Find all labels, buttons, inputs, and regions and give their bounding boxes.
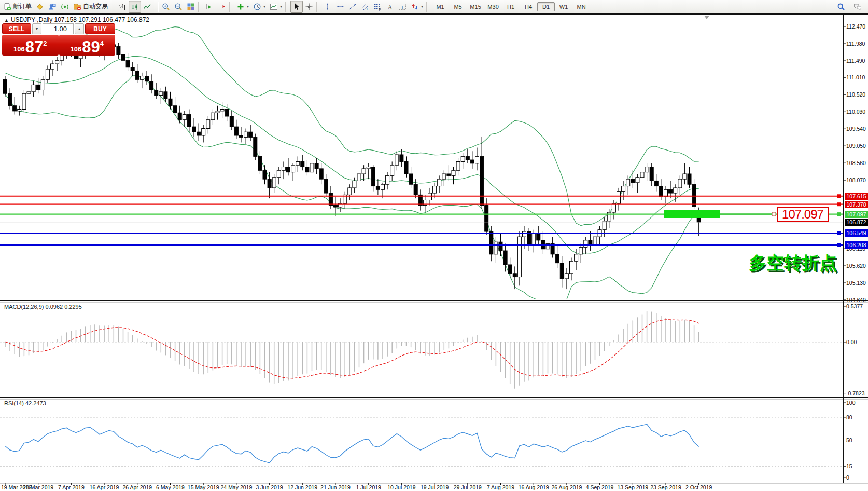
volume-up-button[interactable]: ▲ xyxy=(75,23,84,34)
metaeditor-button[interactable] xyxy=(34,1,46,13)
chart-window[interactable]: 新订单自动交易▾▾▾EFAT▾M1M5M15M30H1H4D1W1MN ▲USD… xyxy=(0,0,868,491)
date-axis-label: 19 Jul 2019 xyxy=(421,484,449,490)
templates-button[interactable]: ▾ xyxy=(268,1,284,13)
macd-title: MACD(12,26,9) xyxy=(4,304,44,310)
toolbar-separator xyxy=(229,2,233,12)
periods-button[interactable]: ▾ xyxy=(251,1,268,13)
date-axis-label: 26 Apr 2019 xyxy=(122,484,152,490)
price-axis-tick: 104.640 xyxy=(846,297,868,303)
timeframe-h4-button[interactable]: H4 xyxy=(520,2,537,11)
timeframe-w1-button[interactable]: W1 xyxy=(555,2,572,11)
date-axis-label: 4 Sep 2019 xyxy=(586,484,614,490)
price-axis-tick: 111.980 xyxy=(846,40,868,47)
trendline-button[interactable] xyxy=(346,1,359,13)
toolbar-separator xyxy=(198,2,202,12)
sell-price-panel[interactable]: 106872 xyxy=(2,35,59,56)
chart-shift-button[interactable] xyxy=(216,1,228,13)
rsi-value: 42.2473 xyxy=(25,400,46,406)
price-axis-tick: 108.070 xyxy=(846,177,868,183)
text-label-button[interactable]: T xyxy=(396,1,409,13)
indicators-button[interactable]: ▾ xyxy=(234,1,251,13)
level-price-tag: 106.208 xyxy=(845,241,868,249)
signal-icon xyxy=(61,3,69,11)
main-chart-svg[interactable] xyxy=(0,0,868,491)
svg-text:T: T xyxy=(401,4,404,9)
timeframe-m30-button[interactable]: M30 xyxy=(484,2,502,11)
crosshair-button[interactable] xyxy=(303,1,315,13)
zoom-out-button[interactable] xyxy=(172,1,185,13)
date-axis-label: 24 May 2019 xyxy=(221,484,253,490)
date-axis-label: 28 Mar 2019 xyxy=(23,484,53,490)
search-button[interactable] xyxy=(835,1,847,13)
dropdown-caret-icon[interactable]: ▾ xyxy=(421,4,423,9)
timeframe-m5-button[interactable]: M5 xyxy=(449,2,467,11)
signals-button[interactable] xyxy=(59,1,71,13)
new-order-button[interactable]: 新订单 xyxy=(1,1,34,13)
buy-price-panel[interactable]: 106894 xyxy=(59,35,116,56)
date-axis-label: 7 Apr 2019 xyxy=(58,484,85,490)
price-axis-tick: 109.540 xyxy=(846,126,868,132)
date-axis-label: 16 Aug 2019 xyxy=(519,484,549,490)
linechart-icon xyxy=(143,3,151,11)
search-icon xyxy=(837,3,845,11)
timeframe-m1-button[interactable]: M1 xyxy=(431,2,449,11)
rsi-axis-tick: 15 xyxy=(846,463,868,469)
auto-scroll-button[interactable] xyxy=(203,1,216,13)
dropdown-caret-icon[interactable]: ▾ xyxy=(263,4,265,9)
terminal-button[interactable] xyxy=(46,1,59,13)
textA-icon: A xyxy=(386,3,394,11)
trend-icon xyxy=(348,3,357,11)
terminal-icon xyxy=(48,3,57,11)
highlight-zone[interactable] xyxy=(664,210,720,218)
volume-down-button[interactable]: ▼ xyxy=(32,23,41,34)
dropdown-caret-icon[interactable]: ▾ xyxy=(247,4,249,9)
timeframe-h1-button[interactable]: H1 xyxy=(502,2,520,11)
timeframe-d1-button[interactable]: D1 xyxy=(537,2,555,11)
price-callout-box[interactable]: 107.097 xyxy=(777,207,829,222)
date-axis-label: 13 Sep 2019 xyxy=(618,484,649,490)
timeframe-mn-button[interactable]: MN xyxy=(572,2,590,11)
price-axis-tick: 110.520 xyxy=(846,91,868,98)
timeframe-m15-button[interactable]: M15 xyxy=(467,2,484,11)
sell-price-base: 106 xyxy=(13,45,25,53)
indadd-icon xyxy=(236,3,245,11)
autotrade-button[interactable]: 自动交易 xyxy=(71,1,110,13)
buy-price-big: 89 xyxy=(82,39,100,54)
vline-button[interactable] xyxy=(321,1,334,13)
zoomin-icon xyxy=(162,3,170,11)
chat-button[interactable] xyxy=(851,1,864,13)
hline-icon xyxy=(336,3,344,11)
hline-button[interactable] xyxy=(334,1,346,13)
cursor-button[interactable] xyxy=(290,1,303,13)
volume-input[interactable]: 1.00 xyxy=(43,23,74,34)
line-chart-button[interactable] xyxy=(141,1,153,13)
toolbar-separator xyxy=(155,2,159,12)
toolbar: 新订单自动交易▾▾▾EFAT▾M1M5M15M30H1H4D1W1MN xyxy=(0,0,868,13)
buy-price-base: 106 xyxy=(71,45,82,53)
bar-chart-button[interactable] xyxy=(116,1,129,13)
annotation-text[interactable]: 多空转折点 xyxy=(749,251,837,275)
candle-chart-button[interactable] xyxy=(129,1,141,13)
collapse-panel-icon[interactable]: ▲ xyxy=(4,18,9,23)
zoom-in-button[interactable] xyxy=(160,1,172,13)
date-axis-label: 12 Jun 2019 xyxy=(287,484,317,490)
arrows-button[interactable]: ▾ xyxy=(409,1,425,13)
sell-button[interactable]: SELL xyxy=(2,23,31,34)
svg-text:A: A xyxy=(388,3,393,10)
rsi-axis-tick: 50 xyxy=(846,437,868,443)
level-price-tag: 106.549 xyxy=(845,229,868,237)
fibo-icon: F xyxy=(373,3,382,11)
dropdown-caret-icon[interactable]: ▾ xyxy=(280,4,282,9)
tile-windows-button[interactable] xyxy=(185,1,197,13)
arrows-icon xyxy=(411,3,419,11)
buy-button[interactable]: BUY xyxy=(85,23,115,34)
tile-icon xyxy=(187,3,195,11)
candles-icon xyxy=(131,3,139,11)
toolbar-separator xyxy=(426,2,430,12)
text-button[interactable]: A xyxy=(384,1,396,13)
level-price-tag: 107.378 xyxy=(845,201,868,208)
fibonacci-button[interactable]: F xyxy=(371,1,384,13)
channel-button[interactable]: E xyxy=(359,1,371,13)
date-axis-label: 7 Aug 2019 xyxy=(487,484,514,490)
price-axis-tick: 109.050 xyxy=(846,143,868,149)
